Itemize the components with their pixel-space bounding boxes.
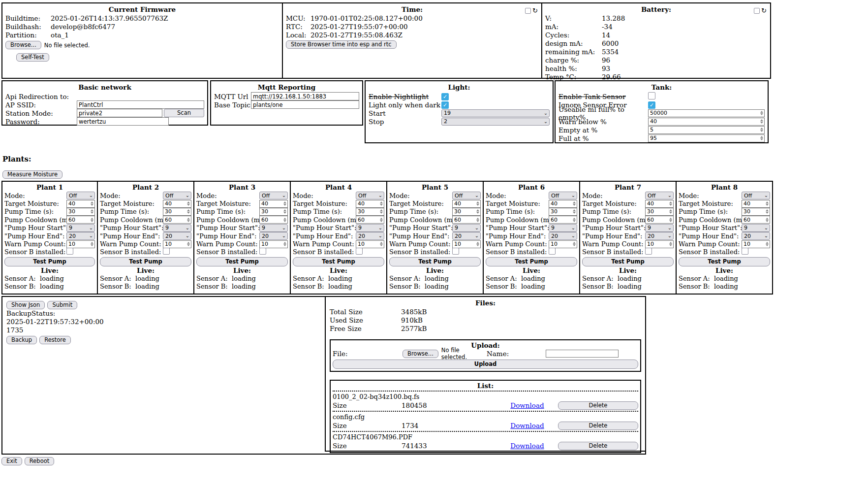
battery-autorefresh-checkbox[interactable]: ✓ xyxy=(754,8,760,14)
pump-hour-start-select[interactable]: 9⌄ xyxy=(549,224,577,232)
test-pump-button[interactable]: Test Pump xyxy=(486,257,577,266)
sensor-b-installed-checkbox[interactable]: ✓ xyxy=(356,248,363,255)
pump-hour-start-select[interactable]: 9⌄ xyxy=(356,224,384,232)
warn-pump-count-input[interactable]: 10 xyxy=(259,240,288,248)
spinner-icon[interactable] xyxy=(759,111,764,115)
warn-pump-count-input[interactable]: 10 xyxy=(66,240,95,248)
mode-select[interactable]: Off⌄ xyxy=(356,192,384,199)
pump-cooldown-input[interactable]: 60 xyxy=(645,216,674,224)
sensor-b-installed-checkbox[interactable]: ✓ xyxy=(645,248,652,255)
pump-cooldown-input[interactable]: 60 xyxy=(66,216,95,224)
spinner-icon[interactable] xyxy=(765,201,770,206)
upload-browse-button[interactable]: Browse... xyxy=(403,350,438,358)
show-json-button[interactable]: Show Json xyxy=(6,301,45,309)
backup-button[interactable]: Backup xyxy=(6,336,37,344)
pump-time-input[interactable]: 30 xyxy=(259,208,288,216)
spinner-icon[interactable] xyxy=(186,209,191,214)
spinner-icon[interactable] xyxy=(572,201,577,206)
spinner-icon[interactable] xyxy=(668,209,673,214)
target-moisture-input[interactable]: 40 xyxy=(259,200,288,208)
mode-select[interactable]: Off⌄ xyxy=(452,192,481,199)
full-at-input[interactable]: 95 xyxy=(648,134,765,142)
ap-ssid-input[interactable] xyxy=(77,100,204,109)
self-test-button[interactable]: Self-Test xyxy=(16,53,49,62)
target-moisture-input[interactable]: 40 xyxy=(549,200,577,208)
pump-hour-end-select[interactable]: 20⌄ xyxy=(163,232,191,240)
spinner-icon[interactable] xyxy=(759,136,764,140)
test-pump-button[interactable]: Test Pump xyxy=(100,257,191,266)
pump-hour-end-select[interactable]: 20⌄ xyxy=(259,232,288,240)
spinner-icon[interactable] xyxy=(90,201,94,206)
pump-hour-start-select[interactable]: 9⌄ xyxy=(452,224,481,232)
warn-below-input[interactable]: 40 xyxy=(648,118,765,126)
pump-hour-end-select[interactable]: 20⌄ xyxy=(66,232,95,240)
spinner-icon[interactable] xyxy=(379,218,384,222)
sensor-b-installed-checkbox[interactable]: ✓ xyxy=(163,248,170,255)
sensor-b-installed-checkbox[interactable]: ✓ xyxy=(259,248,266,255)
pump-cooldown-input[interactable]: 60 xyxy=(742,216,770,224)
pump-hour-end-select[interactable]: 20⌄ xyxy=(356,232,384,240)
pump-time-input[interactable]: 30 xyxy=(742,208,770,216)
test-pump-button[interactable]: Test Pump xyxy=(389,257,481,266)
light-stop-select[interactable]: 2⌄ xyxy=(441,118,550,126)
delete-button[interactable]: Delete xyxy=(558,401,638,410)
spinner-icon[interactable] xyxy=(765,209,770,214)
spinner-icon[interactable] xyxy=(765,242,770,246)
spinner-icon[interactable] xyxy=(668,218,673,222)
station-ssid-input[interactable] xyxy=(77,109,162,117)
pump-time-input[interactable]: 30 xyxy=(452,208,481,216)
mqtt-url-input[interactable] xyxy=(251,92,359,100)
pump-hour-start-select[interactable]: 9⌄ xyxy=(66,224,95,232)
test-pump-button[interactable]: Test Pump xyxy=(582,257,674,266)
spinner-icon[interactable] xyxy=(475,218,480,222)
mode-select[interactable]: Off⌄ xyxy=(66,192,95,199)
warn-pump-count-input[interactable]: 10 xyxy=(163,240,191,248)
delete-button[interactable]: Delete xyxy=(558,422,638,430)
pump-time-input[interactable]: 30 xyxy=(645,208,674,216)
pump-cooldown-input[interactable]: 60 xyxy=(356,216,384,224)
ignore-sensor-error-checkbox[interactable]: ✓ xyxy=(648,101,655,109)
pump-cooldown-input[interactable]: 60 xyxy=(549,216,577,224)
refresh-icon[interactable]: ↻ xyxy=(532,7,538,14)
measure-moisture-button[interactable]: Measure Moisture xyxy=(2,170,62,179)
spinner-icon[interactable] xyxy=(475,242,480,246)
spinner-icon[interactable] xyxy=(186,218,191,222)
mode-select[interactable]: Off⌄ xyxy=(549,192,577,199)
password-input[interactable] xyxy=(77,117,169,126)
enable-nightlight-checkbox[interactable]: ✓ xyxy=(441,93,449,100)
spinner-icon[interactable] xyxy=(668,242,673,246)
spinner-icon[interactable] xyxy=(572,209,577,214)
sensor-b-installed-checkbox[interactable]: ✓ xyxy=(549,248,556,255)
test-pump-button[interactable]: Test Pump xyxy=(196,257,288,266)
restore-button[interactable]: Restore xyxy=(39,336,71,344)
submit-button[interactable]: Submit xyxy=(47,301,77,309)
pump-hour-start-select[interactable]: 9⌄ xyxy=(259,224,288,232)
warn-pump-count-input[interactable]: 10 xyxy=(452,240,481,248)
pump-hour-end-select[interactable]: 20⌄ xyxy=(549,232,577,240)
sensor-b-installed-checkbox[interactable]: ✓ xyxy=(66,248,73,255)
spinner-icon[interactable] xyxy=(572,218,577,222)
target-moisture-input[interactable]: 40 xyxy=(452,200,481,208)
light-only-dark-checkbox[interactable]: ✓ xyxy=(441,101,449,109)
spinner-icon[interactable] xyxy=(379,201,384,206)
spinner-icon[interactable] xyxy=(90,218,94,222)
spinner-icon[interactable] xyxy=(379,209,384,214)
sensor-b-installed-checkbox[interactable]: ✓ xyxy=(452,248,459,255)
spinner-icon[interactable] xyxy=(186,242,191,246)
upload-button[interactable]: Upload xyxy=(333,360,638,369)
mode-select[interactable]: Off⌄ xyxy=(742,192,770,199)
pump-hour-end-select[interactable]: 20⌄ xyxy=(645,232,674,240)
download-link[interactable]: Download xyxy=(510,442,544,450)
spinner-icon[interactable] xyxy=(759,128,764,132)
sensor-b-installed-checkbox[interactable]: ✓ xyxy=(742,248,748,255)
spinner-icon[interactable] xyxy=(668,201,673,206)
target-moisture-input[interactable]: 40 xyxy=(645,200,674,208)
delete-button[interactable]: Delete xyxy=(558,442,638,450)
pump-cooldown-input[interactable]: 60 xyxy=(163,216,191,224)
pump-time-input[interactable]: 30 xyxy=(66,208,95,216)
spinner-icon[interactable] xyxy=(282,209,287,214)
mode-select[interactable]: Off⌄ xyxy=(645,192,674,199)
download-link[interactable]: Download xyxy=(510,422,544,429)
pump-cooldown-input[interactable]: 60 xyxy=(259,216,288,224)
time-autorefresh-checkbox[interactable]: ✓ xyxy=(525,8,531,14)
